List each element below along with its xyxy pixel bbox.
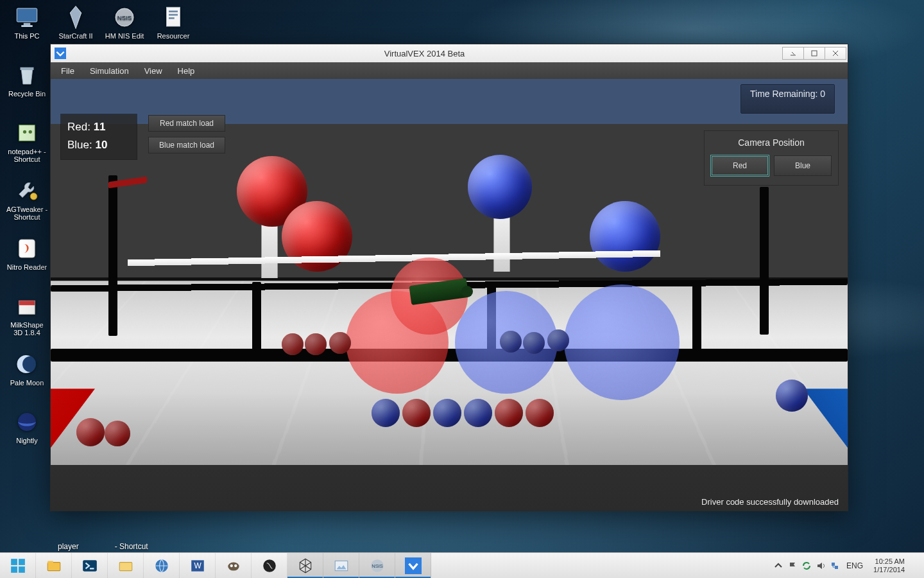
maximize-button[interactable] bbox=[803, 47, 825, 60]
score-blue: Blue: 10 bbox=[67, 136, 130, 154]
blue-match-load-button[interactable]: Blue match load bbox=[148, 137, 225, 153]
tray-date: 1/17/2014 bbox=[873, 566, 905, 574]
taskbar-powershell[interactable] bbox=[72, 553, 108, 578]
tray-clock[interactable]: 10:25 AM 1/17/2014 bbox=[869, 557, 909, 574]
simulation-viewport[interactable]: Red: 11 Blue: 10 Red match load Blue mat… bbox=[51, 79, 848, 511]
minimize-button[interactable] bbox=[782, 47, 804, 60]
desktop-icon-milkshape[interactable]: MilkShape 3D 1.8.4 bbox=[4, 292, 50, 347]
svg-text:NSIS: NSIS bbox=[372, 563, 383, 569]
taskbar-nsis[interactable]: NSIS bbox=[359, 553, 395, 578]
taskbar-image-viewer[interactable] bbox=[323, 553, 359, 578]
box-icon bbox=[13, 293, 40, 320]
camera-panel: Camera Position Red Blue bbox=[704, 130, 839, 186]
score-red-value: 11 bbox=[94, 121, 106, 133]
svg-rect-21 bbox=[11, 559, 17, 565]
nsis-icon: NSIS bbox=[111, 4, 138, 31]
svg-rect-23 bbox=[11, 566, 17, 573]
app-icon bbox=[55, 48, 66, 59]
menu-help[interactable]: Help bbox=[171, 65, 201, 77]
small-ball-blue bbox=[433, 399, 461, 427]
red-match-load-button[interactable]: Red match load bbox=[148, 115, 225, 132]
desktop-icon-agtweaker[interactable]: AGTweaker - Shortcut bbox=[4, 176, 50, 231]
small-ball-blue bbox=[523, 332, 545, 354]
svg-rect-22 bbox=[19, 559, 25, 565]
taskbar-explorer-2[interactable] bbox=[108, 553, 144, 578]
taskbar-obsidian[interactable] bbox=[252, 553, 287, 578]
start-button[interactable] bbox=[0, 553, 36, 578]
tray-flag-icon[interactable] bbox=[787, 561, 798, 571]
camera-blue-button[interactable]: Blue bbox=[774, 155, 832, 176]
camera-red-button[interactable]: Red bbox=[711, 155, 769, 176]
tray-network-icon[interactable] bbox=[830, 561, 840, 571]
svg-rect-10 bbox=[19, 125, 35, 141]
obscured-label: - Shortcut bbox=[115, 542, 148, 551]
notepadpp-icon bbox=[13, 119, 40, 146]
taskbar-browser[interactable] bbox=[144, 553, 180, 578]
big-ball-blue bbox=[590, 201, 660, 272]
timer-panel: Time Remaining: 0 bbox=[740, 84, 835, 114]
desktop-icon-recycle-bin[interactable]: Recycle Bin bbox=[4, 60, 50, 116]
desktop-icon-palemoon[interactable]: Pale Moon bbox=[4, 349, 50, 405]
tray-language[interactable]: ENG bbox=[844, 561, 866, 570]
big-ball-blue bbox=[468, 155, 532, 219]
desktop-icon-nightly[interactable]: Nightly bbox=[4, 407, 50, 462]
svg-rect-0 bbox=[17, 8, 37, 22]
timer-label: Time Remaining: bbox=[750, 89, 817, 99]
obscured-label: player bbox=[58, 542, 79, 551]
small-ball-blue bbox=[500, 331, 522, 353]
small-ball-red bbox=[495, 399, 523, 427]
desktop-icon-label: notepad++ - Shortcut bbox=[5, 148, 49, 163]
close-button[interactable] bbox=[825, 47, 846, 60]
timer-value: 0 bbox=[820, 89, 825, 99]
desktop-icon-label: Recycle Bin bbox=[8, 90, 46, 98]
score-red: Red: 11 bbox=[67, 118, 130, 136]
small-ball-blue bbox=[547, 329, 569, 351]
menu-bar: File Simulation View Help bbox=[51, 62, 848, 79]
wrench-icon bbox=[13, 177, 40, 204]
svg-rect-6 bbox=[169, 11, 178, 13]
desktop-icon-this-pc[interactable]: This PC bbox=[4, 3, 50, 58]
svg-rect-24 bbox=[19, 566, 25, 573]
desktop-icon-label: StarCraft II bbox=[58, 32, 92, 40]
tray-volume-icon[interactable] bbox=[816, 561, 826, 571]
tray-time: 10:25 AM bbox=[873, 557, 905, 566]
small-ball-red bbox=[282, 333, 304, 355]
robot-wheel bbox=[461, 286, 473, 297]
desktop-icon-nitro[interactable]: Nitro Reader bbox=[4, 234, 50, 289]
svg-rect-8 bbox=[169, 17, 175, 19]
taskbar: W NSIS ENG 10:25 AM 1/17/2014 bbox=[0, 552, 924, 578]
menu-file[interactable]: File bbox=[55, 65, 81, 77]
frame-post bbox=[252, 282, 261, 358]
svg-rect-28 bbox=[119, 562, 132, 570]
svg-rect-26 bbox=[47, 561, 53, 563]
desktop-icon-label: Resourcer bbox=[157, 32, 190, 40]
moon-icon bbox=[13, 351, 40, 378]
frame-post bbox=[760, 187, 769, 335]
partially-obscured-labels: player - Shortcut bbox=[58, 542, 148, 551]
taskbar-word[interactable]: W bbox=[180, 553, 216, 578]
tray-sync-icon[interactable] bbox=[801, 561, 812, 571]
taskbar-gimp[interactable] bbox=[216, 553, 252, 578]
taskbar-virtualvex[interactable] bbox=[395, 553, 431, 578]
tray-chevron-up-icon[interactable] bbox=[773, 561, 783, 571]
title-bar[interactable]: VirtualVEX 2014 Beta bbox=[51, 44, 848, 62]
menu-simulation[interactable]: Simulation bbox=[83, 65, 135, 77]
globe-icon bbox=[13, 408, 40, 435]
app-window: VirtualVEX 2014 Beta File Simulation Vie… bbox=[50, 44, 848, 511]
desktop-icon-label: Nightly bbox=[16, 437, 38, 444]
taskbar-unity[interactable] bbox=[287, 553, 323, 578]
taskbar-left: W NSIS bbox=[0, 553, 431, 578]
small-ball-blue bbox=[464, 399, 492, 427]
score-red-label: Red: bbox=[67, 121, 90, 133]
taskbar-file-explorer[interactable] bbox=[36, 553, 72, 578]
svg-point-18 bbox=[18, 413, 36, 431]
score-blue-value: 10 bbox=[95, 139, 107, 151]
small-ball-red bbox=[526, 399, 554, 427]
menu-view[interactable]: View bbox=[138, 65, 169, 77]
desktop-icon-notepadpp[interactable]: notepad++ - Shortcut bbox=[4, 118, 50, 173]
desktop-icon-label: This PC bbox=[14, 32, 39, 40]
svg-rect-2 bbox=[21, 25, 33, 27]
document-icon bbox=[160, 4, 187, 31]
desktop-icon-label: HM NIS Edit bbox=[105, 32, 144, 40]
window-controls bbox=[783, 47, 846, 60]
